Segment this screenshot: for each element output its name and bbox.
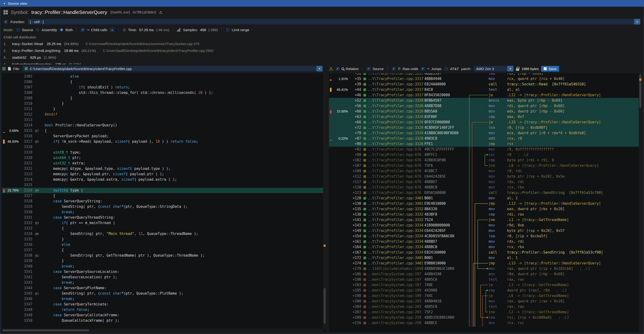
asm-row[interactable]: +179..1103\include\atomic:1048488B05B63C… xyxy=(329,266,639,272)
asm-row[interactable]: +138..t\TracyProfiler.cpp:3332483BF8cmpr… xyxy=(329,212,639,217)
assembly-vertical-scrollbar[interactable] xyxy=(639,73,642,332)
asm-row[interactable]: +109..t\TracyProfiler.hpp:6764C8BC7movr8… xyxy=(329,168,639,174)
source-line[interactable]: 3318 xyxy=(2,144,323,150)
source-line[interactable]: 3327 { xyxy=(2,193,323,199)
source-line[interactable]: 3320 uint64_t ptr; xyxy=(2,155,323,161)
asm-row[interactable]: +149..t\TracyProfiler.cpp:3334C64424205F… xyxy=(329,228,639,233)
source-horizontal-scrollbar[interactable] xyxy=(2,329,323,332)
source-line[interactable]: 3322 memcpy( &type, &payload.type, sizeo… xyxy=(2,166,323,171)
asm-row[interactable]: +200..mon\TracySystem.cpp:203488B4010mov… xyxy=(329,299,639,304)
child-call-entry[interactable]: 1.tracy::Socket::Read25.25 ms(54.89%)C:\… xyxy=(4,40,640,47)
source-line[interactable]: 3328 case ServerQueryString: xyxy=(2,199,323,204)
source-line[interactable]: 3323 memcpy( &ptr, &payload.ptr, sizeof(… xyxy=(2,171,323,177)
asm-row[interactable]: +117..t\TracyProfiler.hpp:676488BD7movrd… xyxy=(329,179,639,185)
asm-row[interactable]: +216..mon\TracySystem.cpp:258488BCEmovrc… xyxy=(329,320,639,326)
asm-row[interactable]: +128..t\TracyProfiler.cpp:3401B001moval,… xyxy=(329,195,639,201)
source-line[interactable]: 3342 SendSourceLocation( ptr ); xyxy=(2,275,323,280)
mode-radio-source[interactable]: Source xyxy=(16,28,33,32)
att-syntax-checkbox[interactable]: AT&T xyxy=(444,66,459,71)
source-line[interactable]: 3348 return false; xyxy=(2,307,323,313)
source-line[interactable]: 3339 } xyxy=(2,258,323,264)
asm-row[interactable]: +190..mon\TracySystem.cpp:1974885C0testr… xyxy=(329,277,639,282)
source-line[interactable]: 3349 case ServerQueryCallstackFrame: xyxy=(2,313,323,318)
asm-row[interactable]: 15.50%+60..t\TracyProfiler.cpp:33268B55A… xyxy=(329,109,639,114)
source-checkbox[interactable]: ✓ Source xyxy=(366,66,384,71)
uarch-combo[interactable]: AMD Zen 3 ▼ xyxy=(474,66,514,72)
asm-row[interactable]: +79..t\TracyProfiler.cpp:3326418B8C80E0B… xyxy=(329,131,639,136)
asm-row[interactable]: +174..t\TracyProfiler.cpp:3401E9B8010000… xyxy=(329,261,639,266)
asm-row[interactable]: +92..t\TracyProfiler.hpp:67649C7C1FFFFFF… xyxy=(329,147,639,152)
source-line[interactable]: 3350 QueueCallstackFrame( ptr ); xyxy=(2,318,323,323)
source-line[interactable]: 3313 xyxy=(2,117,323,123)
source-line[interactable]: 3336 else xyxy=(2,242,323,247)
source-line[interactable]: 3321 uint32_t extra; xyxy=(2,161,323,166)
source-line[interactable]: 3335 } xyxy=(2,237,323,242)
child-calls-checkbox[interactable]: ✓ ↪ Child calls xyxy=(80,28,107,32)
source-line[interactable]: 3324 memcpy( &extra, &payload.extra, siz… xyxy=(2,177,323,182)
asm-row[interactable]: +52..t\TracyProfiler.cpp:33260FB64597mov… xyxy=(329,98,639,103)
asm-row[interactable]: +209..mon\TracySystem.cpp:258488D35E8861… xyxy=(329,315,639,320)
asm-row[interactable]: +161..t\TracyProfiler.cpp:3334488BD7movr… xyxy=(329,239,639,244)
asm-row[interactable]: 0.22%+87..t\TracyProfiler.cpp:33264903C8… xyxy=(329,136,639,141)
source-line[interactable]: 3329 SendString( ptr, (const char*)ptr, … xyxy=(2,204,323,209)
source-line[interactable]: 3333 { xyxy=(2,226,323,231)
source-line[interactable]: 3314bool Profiler::HandleServerQuery() xyxy=(2,123,323,128)
asm-row[interactable]: +99..t\TracyProfiler.hpp:67649FFC1incr9 … xyxy=(329,152,639,158)
file-combo[interactable]: C:\Users\wolf\Desktop\darkrl\contrib\tra… xyxy=(22,66,323,72)
source-line[interactable]: 3332@3 if( ptr == m_mainThread ) xyxy=(2,220,323,226)
window-titlebar[interactable]: ▼ Source view xyxy=(0,0,644,7)
source-line[interactable]: 3340 break; xyxy=(2,264,323,269)
asm-row[interactable]: +112..t\TracyProfiler.hpp:676C64424205Em… xyxy=(329,174,639,179)
limit-range-checkbox[interactable]: Limit range xyxy=(226,28,249,32)
asm-row[interactable]: +66..t\TracyProfiler.cpp:33260F87CE06000… xyxy=(329,120,639,125)
source-line[interactable]: 3312#endif xyxy=(2,112,323,117)
source-line[interactable]: 3338@1 SendString( ptr, GetThreadName( p… xyxy=(2,253,323,258)
source-line[interactable]: 3346 break; xyxy=(2,296,323,302)
child-call-entry[interactable]: 4.KeSynchronizeExecution125 μs(0.27%) xyxy=(4,61,640,64)
scrollbar-handle[interactable] xyxy=(324,288,326,324)
asm-row[interactable]: +102..t\TracyProfiler.hpp:67642803C0F00c… xyxy=(329,158,639,163)
asm-row[interactable]: +172..t\TracyProfiler.cpp:3401B001moval,… xyxy=(329,255,639,261)
file-list-icon[interactable] xyxy=(2,67,6,71)
relative-checkbox[interactable]: ✓ Relative xyxy=(335,66,358,71)
source-line[interactable]: 3316 ServerQueryPacket payload; xyxy=(2,134,323,139)
asm-row[interactable]: 45.41%+44..t\TracyProfiler.cpp:331784C0t… xyxy=(329,87,639,92)
source-line[interactable]: 3311 } xyxy=(2,106,323,112)
save-button[interactable]: Save xyxy=(541,66,559,72)
source-line[interactable]: 3305 else xyxy=(2,74,323,79)
asm-row[interactable]: 1.31%+35..t\TracyProfiler.cpp:3317488B49… xyxy=(329,76,639,82)
source-line[interactable]: 0.66%3315@7{ xyxy=(2,128,323,134)
source-line[interactable]: 3325 xyxy=(2,182,323,188)
source-line[interactable]: 3307 if( shouldExit ) return; xyxy=(2,85,323,90)
mode-radio-assembly[interactable]: Assembly xyxy=(36,28,57,32)
asm-row[interactable]: +141..t\TracyProfiler.cpp:33327524jne.L1… xyxy=(329,217,639,223)
source-line[interactable]: 3334@6 SendString( ptr, "Main thread", 1… xyxy=(2,231,323,237)
source-line[interactable]: 3330 break; xyxy=(2,209,323,215)
function-checkbox[interactable]: ✓ xyxy=(4,19,8,24)
asm-row[interactable]: +195..mon\TracySystem.cpp:199443900cmpdw… xyxy=(329,288,639,293)
asm-row[interactable]: +167..t\TracyProfiler.cpp:3334E824160000… xyxy=(329,250,639,255)
mode-radio-both[interactable]: Both xyxy=(59,28,73,32)
source-line[interactable]: 3319 uint8_t type; xyxy=(2,150,323,155)
source-line[interactable]: 3309 } xyxy=(2,96,323,101)
propagate-inlines-button[interactable]: ▲ xyxy=(110,27,115,32)
lock-icon[interactable] xyxy=(516,68,519,71)
source-vertical-scrollbar[interactable] xyxy=(323,73,326,329)
source-line[interactable]: 3347 case ServerQueryTerminate: xyxy=(2,302,323,307)
asm-row[interactable]: +143..t\TracyProfiler.cpp:333441B90B0000… xyxy=(329,223,639,228)
collapse-icon[interactable]: ▼ xyxy=(3,2,6,5)
source-line[interactable]: 3337 { xyxy=(2,247,323,253)
asm-row[interactable]: +204..mon\TracySystem.cpp:2034885C0testr… xyxy=(329,304,639,310)
asm-row[interactable]: +46..t\TracyProfiler.cpp:33170F843502000… xyxy=(329,92,639,98)
asm-row[interactable]: +130..t\TracyProfiler.cpp:3401E9E4010000… xyxy=(329,201,639,206)
asm-row[interactable]: +31..t\TracyProfiler.cpp:3317488D5597lea… xyxy=(329,73,639,76)
asm-row[interactable]: +193..mon\TracySystem.cpp:197740Eje.L3 -… xyxy=(329,282,639,288)
asm-row[interactable]: +56..t\TracyProfiler.cpp:3326488B7D98mov… xyxy=(329,103,639,109)
asm-row[interactable]: +207..mon\TracySystem.cpp:20375F2jne.L2 … xyxy=(329,310,639,315)
source-line[interactable]: 46.93%3317@5 if( !m_sock->Read( &payload… xyxy=(2,139,323,144)
scrollbar-handle[interactable] xyxy=(2,329,89,332)
source-line[interactable]: 3345@1 SendString( ptr, (const char*)ptr… xyxy=(2,291,323,296)
source-line[interactable]: 15.79%3326@9 switch( type ) xyxy=(2,188,323,193)
source-line[interactable]: 3306 { xyxy=(2,79,323,85)
source-line[interactable]: 3310 } xyxy=(2,101,323,106)
